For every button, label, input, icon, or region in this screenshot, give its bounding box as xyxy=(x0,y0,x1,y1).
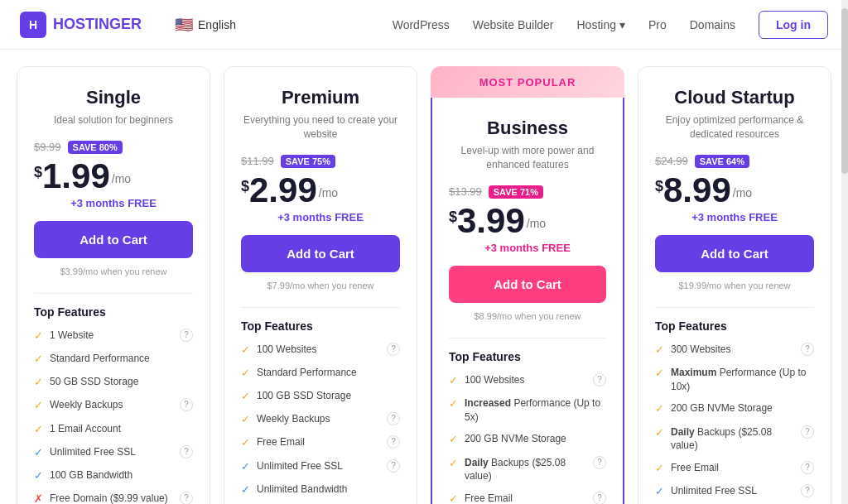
pricing-row-premium: $11.99 SAVE 75% xyxy=(241,155,400,168)
save-badge-single: SAVE 80% xyxy=(68,141,123,154)
feature-label: 50 GB SSD Storage xyxy=(50,375,193,389)
feature-item: ✓ Free Email ? xyxy=(655,461,814,476)
add-to-cart-premium[interactable]: Add to Cart xyxy=(241,235,400,272)
logo-text: HOSTINGER xyxy=(53,16,142,33)
feature-item: ✓ 300 Websites ? xyxy=(655,343,814,358)
info-icon[interactable]: ? xyxy=(387,343,400,356)
price-per-cloud-startup: /mo xyxy=(733,186,752,199)
price-main-premium: 2.99 xyxy=(249,173,317,208)
info-icon[interactable]: ? xyxy=(180,445,193,458)
info-icon[interactable]: ? xyxy=(180,398,193,411)
nav-hosting[interactable]: Hosting ▾ xyxy=(576,18,624,31)
feature-check-icon: ✗ xyxy=(34,492,43,504)
price-dollar-cloud-startup: $ xyxy=(655,178,663,195)
price-dollar-premium: $ xyxy=(241,178,249,195)
feature-item: ✓ Unlimited Bandwidth xyxy=(241,482,400,497)
language-selector[interactable]: 🇺🇸 English xyxy=(175,16,236,34)
add-to-cart-cloud-startup[interactable]: Add to Cart xyxy=(655,235,814,272)
info-icon[interactable]: ? xyxy=(801,484,814,497)
feature-item: ✓ Free Email ? xyxy=(241,435,400,450)
feature-item: ✓ Unlimited Free SSL ? xyxy=(34,445,193,460)
feature-label: 100 GB SSD Storage xyxy=(257,389,400,403)
info-icon[interactable]: ? xyxy=(593,492,606,504)
feature-item: ✓ Free Email ? xyxy=(449,492,606,504)
feature-check-icon: ✓ xyxy=(34,329,43,343)
info-icon[interactable]: ? xyxy=(180,329,193,342)
feature-item: ✓ Increased Performance (Up to 5x) xyxy=(449,396,606,425)
feature-check-icon: ✓ xyxy=(241,366,250,381)
price-dollar-single: $ xyxy=(34,164,42,181)
pricing-row-single: $9.99 SAVE 80% xyxy=(34,141,193,154)
nav-wordpress[interactable]: WordPress xyxy=(393,18,450,31)
price-main-business: 3.99 xyxy=(457,204,525,238)
feature-item: ✓ Daily Backups ($25.08 value) ? xyxy=(449,456,606,484)
plan-desc-cloud-startup: Enjoy optimized performance & dedicated … xyxy=(655,113,814,142)
feature-label: 100 GB Bandwidth xyxy=(50,468,193,482)
feature-item: ✓ Standard Performance xyxy=(241,366,400,381)
price-per-premium: /mo xyxy=(319,186,338,199)
price-main-cloud-startup: 8.99 xyxy=(663,173,731,208)
feature-check-icon: ✓ xyxy=(241,482,250,497)
plan-name-single: Single xyxy=(34,87,193,108)
price-display-cloud-startup: $ 8.99 /mo xyxy=(655,173,814,208)
plan-name-cloud-startup: Cloud Startup xyxy=(655,87,814,108)
nav-domains[interactable]: Domains xyxy=(690,18,735,31)
divider-single xyxy=(34,293,193,294)
login-button[interactable]: Log in xyxy=(759,11,828,39)
logo[interactable]: H HOSTINGER xyxy=(20,12,142,38)
features-title-single: Top Features xyxy=(34,305,193,319)
feature-check-icon: ✓ xyxy=(449,373,458,388)
feature-check-icon: ✓ xyxy=(655,401,664,416)
info-icon[interactable]: ? xyxy=(801,425,814,439)
feature-item: ✓ 1 Website ? xyxy=(34,329,193,343)
feature-label: Free Email xyxy=(671,461,794,475)
feature-label: Unlimited Bandwidth xyxy=(257,482,400,497)
add-to-cart-business[interactable]: Add to Cart xyxy=(449,266,606,303)
original-price-single: $9.99 xyxy=(34,141,61,153)
feature-label: Daily Backups ($25.08 value) xyxy=(671,425,794,454)
features-title-premium: Top Features xyxy=(241,319,400,333)
feature-check-icon: ✓ xyxy=(655,461,664,476)
info-icon[interactable]: ? xyxy=(387,459,400,473)
feature-label: 200 GB NVMe Storage xyxy=(671,401,814,415)
nav-website-builder[interactable]: Website Builder xyxy=(473,18,554,31)
info-icon[interactable]: ? xyxy=(593,456,606,469)
info-icon[interactable]: ? xyxy=(180,492,193,504)
features-list-cloud-startup: ✓ 300 Websites ? ✓ Maximum Performance (… xyxy=(655,343,814,504)
plan-card-single: Single Ideal solution for beginners $9.9… xyxy=(17,66,210,504)
feature-check-icon: ✓ xyxy=(449,432,458,447)
divider-cloud-startup xyxy=(655,307,814,308)
feature-label: Unlimited Free SSL xyxy=(257,459,380,473)
nav-pro[interactable]: Pro xyxy=(648,18,667,31)
info-icon[interactable]: ? xyxy=(387,412,400,425)
plan-card-business: Business Level-up with more power and en… xyxy=(431,98,624,504)
feature-item: ✓ 200 GB NVMe Storage xyxy=(655,401,814,416)
info-icon[interactable]: ? xyxy=(387,435,400,449)
feature-label: 200 GB NVMe Storage xyxy=(465,432,606,446)
feature-check-icon: ✓ xyxy=(34,422,43,437)
plan-desc-business: Level-up with more power and enhanced fe… xyxy=(449,144,606,172)
info-icon[interactable]: ? xyxy=(593,373,606,386)
feature-label: Free Email xyxy=(257,435,380,449)
renew-price-cloud-startup: $19.99/mo when you renew xyxy=(655,281,814,290)
plan-name-business: Business xyxy=(449,118,606,139)
feature-item: ✓ Weekly Backups ? xyxy=(241,412,400,427)
price-per-business: /mo xyxy=(527,217,546,230)
divider-premium xyxy=(241,307,400,308)
save-badge-cloud-startup: SAVE 64% xyxy=(695,155,749,168)
feature-label: 100 Websites xyxy=(465,373,586,387)
feature-item: ✓ Daily Backups ($25.08 value) ? xyxy=(655,425,814,454)
info-icon[interactable]: ? xyxy=(801,343,814,356)
feature-check-icon: ✓ xyxy=(34,445,43,460)
feature-check-icon: ✓ xyxy=(34,468,43,483)
feature-check-icon: ✓ xyxy=(449,492,458,504)
feature-check-icon: ✓ xyxy=(241,435,250,450)
feature-check-icon: ✓ xyxy=(655,484,664,499)
flag-icon: 🇺🇸 xyxy=(175,16,193,34)
info-icon[interactable]: ? xyxy=(801,461,814,474)
feature-label: 100 Websites xyxy=(257,343,380,357)
add-to-cart-single[interactable]: Add to Cart xyxy=(34,221,193,258)
pricing-page: Single Ideal solution for beginners $9.9… xyxy=(0,50,848,504)
price-display-single: $ 1.99 /mo xyxy=(34,159,193,194)
months-free-cloud-startup: +3 months FREE xyxy=(655,211,814,223)
